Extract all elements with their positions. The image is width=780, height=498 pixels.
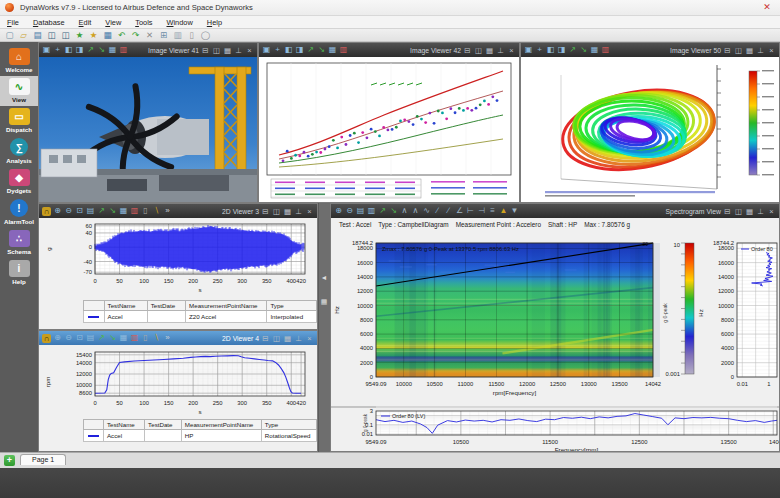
zoom-box-icon[interactable]: ⊡ [75, 206, 84, 216]
select-right-icon[interactable]: ◨ [557, 45, 566, 55]
print-icon[interactable]: ▦ [590, 45, 599, 55]
sidebar-item[interactable]: ∴ Schema [0, 228, 38, 258]
cascade-icon[interactable]: ▦ [485, 46, 494, 55]
menu-item[interactable]: Edit [72, 18, 99, 27]
split-horizontal-icon[interactable]: ⊟ [261, 207, 270, 216]
export-icon[interactable]: ↗ [97, 206, 106, 216]
lock-icon[interactable]: ∩ [42, 334, 51, 343]
propeller-engine-photo[interactable] [39, 57, 257, 202]
sidebar-item[interactable]: ◆ Dydgets [0, 167, 38, 197]
split-horizontal-icon[interactable]: ⊟ [201, 46, 210, 55]
delete-icon[interactable]: ▯ [185, 30, 198, 41]
sidebar-item[interactable]: ⌂ Welcome [0, 46, 38, 76]
pan-icon[interactable]: + [53, 45, 62, 55]
favorite-icon[interactable]: ★ [87, 30, 100, 41]
angle-measure-icon[interactable]: ∠ [455, 206, 464, 216]
import-icon[interactable]: ↘ [97, 45, 106, 55]
export-icon[interactable]: ↗ [97, 333, 106, 343]
print-icon[interactable]: ▦ [101, 30, 114, 41]
import-icon[interactable]: ↘ [108, 333, 117, 343]
cascade-icon[interactable]: ▦ [283, 334, 292, 343]
copy-icon[interactable]: ⊞ [157, 30, 170, 41]
marker-icon[interactable]: ▼ [510, 206, 519, 216]
menu-item[interactable]: Tools [128, 18, 159, 27]
export-icon[interactable]: ↗ [86, 45, 95, 55]
split-horizontal-icon[interactable]: ⊟ [463, 46, 472, 55]
sidebar-item[interactable]: ! AlarmTool [0, 197, 38, 228]
import-icon[interactable]: ↘ [579, 45, 588, 55]
rpm-profile-plot[interactable]: 0501001502002503003504004201540014000120… [39, 345, 317, 417]
cursor-right-icon[interactable]: ⊣ [477, 206, 486, 216]
pencil-alt-icon[interactable]: ∕ [444, 206, 453, 216]
favorite-add-icon[interactable]: ★ [73, 30, 86, 41]
split-vertical-icon[interactable]: ◫ [734, 207, 743, 216]
export-icon[interactable]: ↗ [378, 206, 387, 216]
sidebar-item[interactable]: ∑ Analysis [0, 136, 38, 167]
collapse-panel-button[interactable]: ◄ [319, 273, 329, 283]
paste-icon[interactable]: ▥ [171, 30, 184, 41]
pencil-icon[interactable]: ∕ [433, 206, 442, 216]
dock-chevron-icon[interactable]: » [163, 206, 172, 216]
monitor-view-icon[interactable]: ◫ [45, 30, 58, 41]
pin-icon[interactable]: ⊥ [294, 334, 303, 343]
select-right-icon[interactable]: ◨ [75, 45, 84, 55]
pin-icon[interactable]: ⊥ [756, 207, 765, 216]
menu-item[interactable]: Database [26, 18, 72, 27]
add-page-button[interactable]: + [4, 455, 15, 466]
web-icon[interactable]: ◯ [199, 30, 212, 41]
split-vertical-icon[interactable]: ◫ [272, 207, 281, 216]
print-icon[interactable]: ▦ [119, 333, 128, 343]
select-right-icon[interactable]: ◨ [295, 45, 304, 55]
dock-chevron-icon[interactable]: » [163, 333, 172, 343]
pin-icon[interactable]: ⊥ [756, 46, 765, 55]
cascade-icon[interactable]: ▦ [745, 46, 754, 55]
sidebar-item[interactable]: ∿ View [0, 76, 38, 106]
delete-icon[interactable]: ▯ [141, 333, 150, 343]
undo-icon[interactable]: ↶ [115, 30, 128, 41]
zoom-out-icon[interactable]: ⊖ [64, 333, 73, 343]
redo-icon[interactable]: ↷ [129, 30, 142, 41]
table-row[interactable]: AccelZ20 AccelInterpolated [84, 311, 317, 323]
pan-icon[interactable]: + [535, 45, 544, 55]
cascade-icon[interactable]: ▦ [745, 207, 754, 216]
open-folder-icon[interactable]: ▱ [17, 30, 30, 41]
lock-icon[interactable]: ∩ [42, 207, 51, 216]
pdf-export-icon[interactable]: ▥ [130, 333, 139, 343]
delete-icon[interactable]: ▯ [141, 206, 150, 216]
surface-3d-image[interactable] [521, 57, 779, 202]
split-horizontal-icon[interactable]: ⊟ [261, 334, 270, 343]
grid-layout-button[interactable]: ▦ [319, 297, 329, 307]
print-icon[interactable]: ▦ [328, 45, 337, 55]
panel-splitter[interactable]: ◄ ▦ [318, 203, 330, 452]
close-window-icon[interactable]: × [245, 46, 254, 55]
zoom-out-icon[interactable]: ⊖ [345, 206, 354, 216]
pan-icon[interactable]: + [273, 45, 282, 55]
monitor-export-icon[interactable]: ◫ [59, 30, 72, 41]
zoom-box-icon[interactable]: ⊡ [75, 333, 84, 343]
split-vertical-icon[interactable]: ◫ [212, 46, 221, 55]
curve-peak-icon[interactable]: ∧ [400, 206, 409, 216]
report-icon[interactable]: ▤ [86, 206, 95, 216]
print-icon[interactable]: ▦ [119, 206, 128, 216]
pin-icon[interactable]: ⊥ [234, 46, 243, 55]
save-icon[interactable]: ▤ [31, 30, 44, 41]
report-alt-icon[interactable]: ▥ [367, 206, 376, 216]
sidebar-item[interactable]: ▭ Dispatch [0, 106, 38, 136]
flag-icon[interactable]: ▲ [499, 206, 508, 216]
clean-icon[interactable]: ∖ [152, 333, 161, 343]
menu-item[interactable]: View [98, 18, 128, 27]
split-vertical-icon[interactable]: ◫ [734, 46, 743, 55]
page-tab[interactable]: Page 1 [20, 454, 66, 465]
clean-icon[interactable]: ∖ [152, 206, 161, 216]
close-window-icon[interactable]: × [767, 46, 776, 55]
zoom-in-icon[interactable]: ⊕ [53, 333, 62, 343]
image-icon[interactable]: ▣ [262, 45, 271, 55]
split-horizontal-icon[interactable]: ⊟ [723, 207, 732, 216]
new-document-icon[interactable]: ▢ [3, 30, 16, 41]
menu-item[interactable]: Window [159, 18, 199, 27]
split-vertical-icon[interactable]: ◫ [272, 334, 281, 343]
curve-smooth-icon[interactable]: ∿ [422, 206, 431, 216]
zoom-in-icon[interactable]: ⊕ [334, 206, 343, 216]
accel-waveform-plot[interactable]: 05010015020025030035040042060400-40-70sg [39, 218, 317, 298]
import-icon[interactable]: ↘ [108, 206, 117, 216]
